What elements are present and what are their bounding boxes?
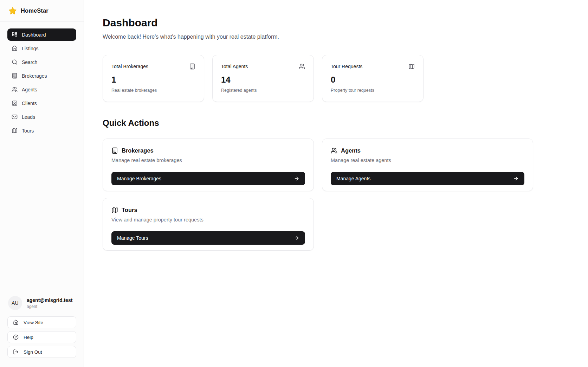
main-content: Dashboard Welcome back! Here's what's ha… [84,0,588,367]
sidebar-item-tours[interactable]: Tours [7,124,76,137]
sign-out-label: Sign Out [24,349,42,355]
sidebar-item-label: Search [22,59,37,65]
user-role: agent [27,304,72,309]
house-icon [12,45,18,51]
action-card-tours: Tours View and manage property tour requ… [103,198,314,251]
action-subtitle: Manage real estate brokerages [111,157,305,163]
help-label: Help [24,335,33,340]
sidebar-item-dashboard[interactable]: Dashboard [7,28,76,41]
action-title: Tours [122,207,137,213]
sidebar-item-leads[interactable]: Leads [7,111,76,123]
sidebar-item-label: Agents [22,87,37,92]
action-card-brokerages: Brokerages Manage real estate brokerages… [103,139,314,191]
sidebar-item-label: Tours [22,128,34,134]
sidebar-item-search[interactable]: Search [7,56,76,68]
quick-actions-grid: Brokerages Manage real estate brokerages… [103,139,568,251]
sidebar-item-clients[interactable]: Clients [7,97,76,109]
user-email: agent@mlsgrid.test [27,297,72,303]
brand-header: HomeStar [0,0,84,22]
help-button[interactable]: Help [7,331,76,343]
arrow-right-icon [294,176,299,181]
sidebar-item-agents[interactable]: Agents [7,83,76,96]
building-icon [111,147,118,154]
action-subtitle: View and manage property tour requests [111,217,305,223]
users-icon [331,147,337,154]
stat-card-total-brokerages: Total Brokerages 1 Real estate brokerage… [103,55,204,102]
stat-title: Total Agents [221,64,248,69]
sidebar-item-label: Leads [22,114,35,120]
action-subtitle: Manage real estate agents [331,157,524,163]
manage-agents-button[interactable]: Manage Agents [331,172,524,185]
stat-value: 14 [221,75,305,85]
building-icon [189,63,195,70]
star-logo-icon [8,7,17,15]
stat-card-tour-requests: Tour Requests 0 Property tour requests [322,55,424,102]
action-card-agents: Agents Manage real estate agents Manage … [322,139,533,191]
sidebar-item-brokerages[interactable]: Brokerages [7,70,76,82]
user-card-icon [12,100,18,106]
stat-card-total-agents: Total Agents 14 Registered agents [212,55,314,102]
stat-caption: Real estate brokerages [111,88,195,93]
map-icon [12,128,18,134]
manage-brokerages-label: Manage Brokerages [117,176,161,181]
manage-brokerages-button[interactable]: Manage Brokerages [111,172,305,185]
quick-actions-title: Quick Actions [103,118,568,128]
stat-title: Total Brokerages [111,64,148,69]
page-title: Dashboard [103,17,568,29]
search-icon [12,59,18,65]
stats-row: Total Brokerages 1 Real estate brokerage… [103,55,568,102]
sidebar-item-label: Brokerages [22,73,47,79]
map-icon [111,207,118,213]
house-icon [13,320,19,325]
manage-agents-label: Manage Agents [336,176,370,181]
arrow-right-icon [294,235,299,241]
sidebar-item-label: Listings [22,46,38,51]
brand-name: HomeStar [21,7,49,14]
stat-value: 0 [331,75,415,85]
sign-out-icon [13,349,19,355]
users-icon [299,63,305,70]
mail-icon [12,114,18,120]
user-info: AU agent@mlsgrid.test agent [7,296,76,310]
sidebar-item-label: Dashboard [22,32,46,38]
sign-out-button[interactable]: Sign Out [7,346,76,358]
sidebar-footer: AU agent@mlsgrid.test agent View Site He… [0,288,84,367]
action-title: Agents [341,147,361,154]
manage-tours-label: Manage Tours [117,235,148,241]
stat-caption: Registered agents [221,88,305,93]
action-title: Brokerages [122,147,154,154]
arrow-right-icon [513,176,519,181]
view-site-button[interactable]: View Site [7,316,76,328]
page-subtitle: Welcome back! Here's what's happening wi… [103,34,568,40]
stat-value: 1 [111,75,195,85]
help-circle-icon [13,334,19,340]
view-site-label: View Site [24,320,43,325]
sidebar-item-label: Clients [22,101,37,106]
dashboard-icon [12,32,18,38]
map-icon [408,63,415,70]
avatar: AU [8,296,22,310]
sidebar: HomeStar Dashboard Listings Search Broke… [0,0,84,367]
sidebar-nav: Dashboard Listings Search Brokerages Age… [0,22,84,288]
stat-caption: Property tour requests [331,88,415,93]
manage-tours-button[interactable]: Manage Tours [111,231,305,245]
building-icon [12,73,18,79]
stat-title: Tour Requests [331,64,362,69]
users-icon [12,86,18,92]
sidebar-item-listings[interactable]: Listings [7,42,76,54]
